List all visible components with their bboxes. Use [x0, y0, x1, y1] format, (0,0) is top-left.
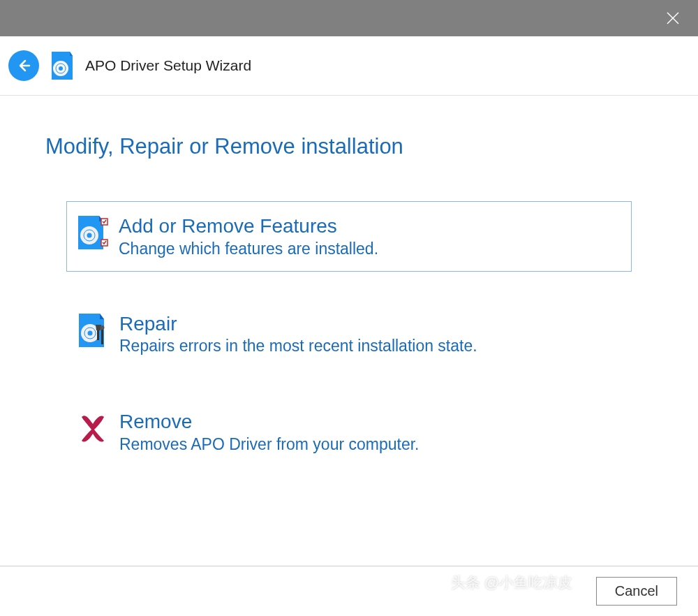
back-arrow-icon — [15, 57, 32, 74]
page-title: Modify, Repair or Remove installation — [45, 134, 653, 159]
titlebar — [0, 0, 698, 36]
footer: Cancel — [0, 566, 698, 616]
back-button[interactable] — [8, 50, 39, 81]
remove-icon — [76, 410, 110, 446]
option-title: Repair — [119, 312, 622, 336]
close-button[interactable] — [660, 6, 685, 31]
app-icon — [49, 50, 75, 81]
add-remove-features-icon — [75, 214, 109, 251]
option-description: Change which features are installed. — [119, 240, 623, 258]
option-remove[interactable]: Remove Removes APO Driver from your comp… — [66, 396, 632, 468]
svg-point-15 — [101, 325, 105, 330]
cancel-button[interactable]: Cancel — [596, 577, 677, 606]
option-text: Remove Removes APO Driver from your comp… — [119, 410, 622, 454]
svg-point-4 — [59, 66, 63, 71]
options-list: Add or Remove Features Change which feat… — [45, 201, 653, 468]
repair-icon — [76, 312, 110, 349]
svg-rect-14 — [101, 329, 103, 344]
option-title: Add or Remove Features — [119, 214, 623, 238]
option-text: Add or Remove Features Change which feat… — [119, 214, 623, 258]
option-description: Repairs errors in the most recent instal… — [119, 337, 622, 355]
content-area: Modify, Repair or Remove installation Ad… — [0, 96, 698, 468]
close-icon — [667, 12, 679, 24]
wizard-title: APO Driver Setup Wizard — [85, 57, 251, 74]
option-text: Repair Repairs errors in the most recent… — [119, 312, 622, 356]
wizard-header: APO Driver Setup Wizard — [0, 36, 698, 96]
svg-point-12 — [88, 330, 93, 335]
svg-point-7 — [87, 233, 92, 238]
option-description: Removes APO Driver from your computer. — [119, 435, 622, 454]
option-repair[interactable]: Repair Repairs errors in the most recent… — [66, 298, 632, 370]
option-title: Remove — [119, 410, 622, 434]
option-add-remove-features[interactable]: Add or Remove Features Change which feat… — [66, 201, 632, 272]
